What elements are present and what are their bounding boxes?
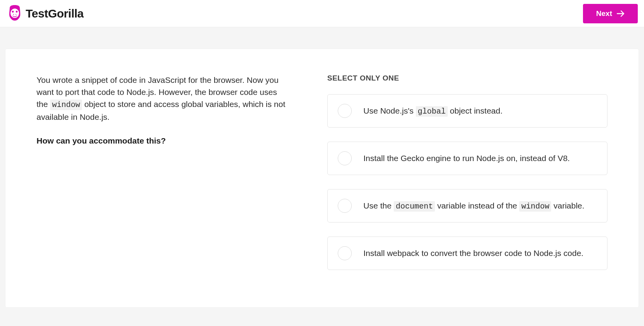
brand-logo: TestGorilla: [8, 5, 84, 23]
answer-option-3[interactable]: Use the document variable instead of the…: [327, 189, 607, 223]
question-prompt: How can you accommodate this?: [37, 135, 288, 147]
option-text-pre: Use Node.js's: [363, 106, 416, 115]
answer-option-2[interactable]: Install the Gecko engine to run Node.js …: [327, 142, 607, 175]
option-text-pre: Install the Gecko engine to run Node.js …: [363, 154, 570, 163]
svg-point-3: [13, 14, 14, 15]
gorilla-icon: [8, 5, 22, 23]
question-body: You wrote a snippet of code in JavaScrip…: [37, 74, 288, 123]
question-column: You wrote a snippet of code in JavaScrip…: [37, 74, 288, 282]
option-text-post: variable.: [551, 201, 584, 210]
question-card: You wrote a snippet of code in JavaScrip…: [5, 49, 639, 307]
next-button[interactable]: Next: [583, 4, 638, 23]
brand-name: TestGorilla: [26, 7, 84, 20]
code-token-window: window: [50, 100, 82, 110]
answer-option-1-text: Use Node.js's global object instead.: [363, 105, 503, 117]
svg-point-2: [16, 11, 18, 12]
radio-unchecked-icon: [338, 104, 352, 118]
svg-point-4: [16, 14, 16, 15]
next-button-label: Next: [596, 9, 612, 18]
radio-unchecked-icon: [338, 199, 352, 213]
select-instruction: SELECT ONLY ONE: [327, 74, 607, 82]
option-text-pre: Install webpack to convert the browser c…: [363, 249, 583, 258]
answer-option-4[interactable]: Install webpack to convert the browser c…: [327, 237, 607, 270]
answer-option-4-text: Install webpack to convert the browser c…: [363, 247, 583, 259]
answer-option-3-text: Use the document variable instead of the…: [363, 200, 585, 212]
option-text-pre: Use the: [363, 201, 394, 210]
arrow-right-icon: [617, 10, 625, 17]
svg-point-1: [12, 11, 14, 12]
answer-option-1[interactable]: Use Node.js's global object instead.: [327, 94, 607, 128]
option-text-mid: variable instead of the: [435, 201, 519, 210]
code-token-document: document: [394, 201, 435, 212]
radio-unchecked-icon: [338, 151, 352, 165]
header-bar: TestGorilla Next: [0, 0, 644, 27]
answers-column: SELECT ONLY ONE Use Node.js's global obj…: [327, 74, 607, 282]
option-text-post: object instead.: [448, 106, 503, 115]
radio-unchecked-icon: [338, 246, 352, 260]
answer-option-2-text: Install the Gecko engine to run Node.js …: [363, 152, 570, 164]
code-token-window: window: [519, 201, 551, 212]
code-token-global: global: [416, 106, 448, 117]
